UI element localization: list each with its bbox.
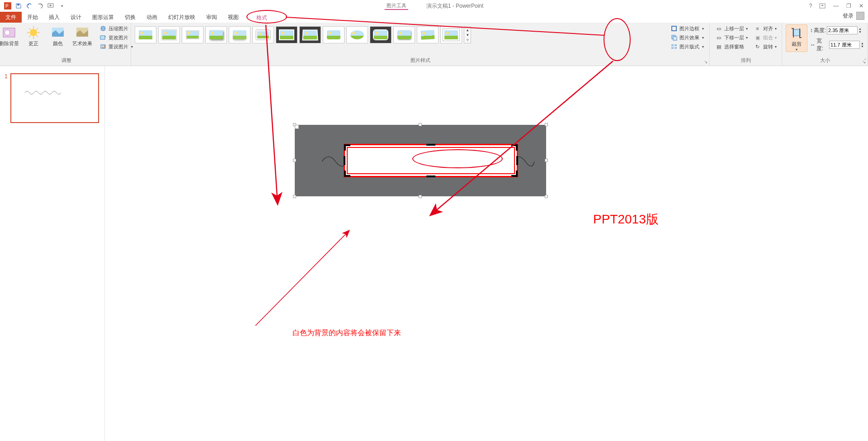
tab-review[interactable]: 审阅 <box>201 12 222 23</box>
height-spin-down[interactable]: ▼ <box>859 30 862 33</box>
style-item[interactable] <box>440 26 462 43</box>
picture-layout-button[interactable]: 图片版式▾ <box>669 43 706 51</box>
width-spin-down[interactable]: ▼ <box>861 45 864 48</box>
gallery-more-button[interactable]: ▴▾▿ <box>464 26 471 43</box>
style-item[interactable] <box>135 26 156 43</box>
collapse-ribbon-icon[interactable]: ˆ <box>864 58 866 65</box>
svg-line-12 <box>29 28 31 30</box>
style-item[interactable] <box>299 26 321 43</box>
group-adjust: 删除背景 更正 颜色 艺术效果 压缩图片 更改图片 重设图片▾ 调整 <box>2 23 131 66</box>
tab-file[interactable]: 文件 <box>0 12 22 23</box>
style-item[interactable] <box>417 26 439 43</box>
annotation-center-ellipse <box>412 149 503 168</box>
svg-point-7 <box>30 29 37 36</box>
selection-pane-button[interactable]: ▤选择窗格 <box>713 43 750 51</box>
workspace: 1 <box>0 66 868 441</box>
style-item[interactable] <box>370 26 392 43</box>
style-item[interactable] <box>346 26 368 43</box>
bring-forward-button[interactable]: ▭上移一层▾ <box>713 24 750 33</box>
width-icon: ↔ <box>810 42 816 48</box>
remove-background-button[interactable]: 删除背景 <box>0 24 20 46</box>
style-item[interactable] <box>252 26 274 43</box>
styles-launcher-icon[interactable]: ↘ <box>703 59 708 65</box>
app-icon[interactable]: P <box>3 1 13 11</box>
annotation-version: PPT2013版 <box>593 211 659 228</box>
tab-animations[interactable]: 动画 <box>141 12 163 23</box>
reset-picture-button[interactable]: 重设图片▾ <box>98 43 135 51</box>
tab-shape-calc[interactable]: 图形运算 <box>87 12 119 23</box>
tab-format[interactable]: 格式 <box>250 12 273 23</box>
document-title: 演示文稿1 - PowerPoint <box>426 2 484 10</box>
group-arrange: ▭上移一层▾ ▭下移一层▾ ▤选择窗格 ≡对齐▾ ▣组合▾ ↻旋转▾ 排列 <box>710 23 782 66</box>
width-input[interactable] <box>829 41 860 49</box>
group-adjust-label: 调整 <box>61 56 71 65</box>
group-picture-styles: ▴▾▿ 图片边框▾ 图片效果▾ 图片版式▾ 图片样式 ↘ <box>131 23 710 66</box>
style-item[interactable] <box>182 26 203 43</box>
tab-home[interactable]: 开始 <box>22 12 43 23</box>
picture-border-button[interactable]: 图片边框▾ <box>669 24 706 33</box>
avatar-icon <box>856 12 864 20</box>
height-label: 高度: <box>814 27 826 34</box>
selected-picture-object[interactable] <box>295 125 546 196</box>
style-item[interactable] <box>323 26 344 43</box>
svg-rect-19 <box>100 36 105 39</box>
compress-pictures-button[interactable]: 压缩图片 <box>98 24 135 33</box>
style-item[interactable] <box>393 26 415 43</box>
thumbnail-wave-icon <box>25 90 61 96</box>
redo-icon[interactable] <box>35 1 45 11</box>
style-item[interactable] <box>158 26 180 43</box>
artistic-effects-button[interactable]: 艺术效果 <box>71 24 93 46</box>
svg-line-14 <box>36 28 38 30</box>
height-input[interactable] <box>827 26 858 34</box>
help-button[interactable]: ? <box>807 3 815 9</box>
style-item[interactable] <box>276 26 297 43</box>
corrections-button[interactable]: 更正 <box>23 24 44 46</box>
slide-canvas[interactable]: 白色为背景的内容将会被保留下来 PPT2013版 <box>105 66 868 441</box>
crop-button[interactable]: 裁剪 ▾ <box>786 24 807 52</box>
svg-rect-23 <box>673 37 677 40</box>
title-bar: P ▾ 图片工具 演示文稿1 - PowerPoint ? — ❐ ✕ <box>0 0 868 12</box>
close-button[interactable]: ✕ <box>857 3 865 9</box>
rotate-button[interactable]: ↻旋转▾ <box>752 43 778 51</box>
minimize-button[interactable]: — <box>832 3 840 9</box>
tab-slideshow[interactable]: 幻灯片放映 <box>163 12 201 23</box>
svg-rect-26 <box>671 47 674 49</box>
sign-in[interactable]: 登录 <box>843 12 864 20</box>
svg-rect-28 <box>793 29 800 36</box>
picture-effects-button[interactable]: 图片效果▾ <box>669 33 706 42</box>
group-size: 裁剪 ▾ ↕ 高度: ▲▼ ↔ 宽度: ▲▼ 大小 ↘ <box>782 23 868 66</box>
ribbon: 删除背景 更正 颜色 艺术效果 压缩图片 更改图片 重设图片▾ 调整 <box>0 23 868 66</box>
style-item[interactable] <box>229 26 250 43</box>
restore-button[interactable]: ❐ <box>844 3 853 9</box>
align-button[interactable]: ≡对齐▾ <box>752 24 778 33</box>
width-spin-up[interactable]: ▲ <box>861 42 864 45</box>
slide-thumbnail-1[interactable] <box>10 73 99 123</box>
style-item[interactable] <box>205 26 227 43</box>
send-backward-button[interactable]: ▭下移一层▾ <box>713 33 750 42</box>
svg-rect-2 <box>17 4 19 5</box>
picture-styles-gallery[interactable]: ▴▾▿ <box>135 24 663 45</box>
color-button[interactable]: 颜色 <box>47 24 69 46</box>
tab-insert[interactable]: 插入 <box>43 12 65 23</box>
quick-access-toolbar: P ▾ <box>3 1 67 11</box>
save-icon[interactable] <box>14 1 24 11</box>
svg-point-6 <box>5 30 10 35</box>
tab-transitions[interactable]: 切换 <box>119 12 141 23</box>
qat-customize-icon[interactable]: ▾ <box>57 1 67 11</box>
slideshow-from-start-icon[interactable] <box>46 1 56 11</box>
svg-rect-18 <box>101 27 105 30</box>
group-objects-button[interactable]: ▣组合▾ <box>752 33 778 42</box>
tab-view[interactable]: 视图 <box>222 12 244 23</box>
group-arrange-label: 排列 <box>741 56 751 65</box>
undo-icon[interactable] <box>24 1 34 11</box>
height-spin-up[interactable]: ▲ <box>859 27 862 30</box>
slide-thumbnails-pane[interactable]: 1 <box>0 66 105 441</box>
change-picture-button[interactable]: 更改图片 <box>98 33 135 42</box>
svg-rect-24 <box>671 44 674 46</box>
svg-line-15 <box>29 35 31 37</box>
ribbon-display-options-button[interactable] <box>819 3 827 9</box>
tab-design[interactable]: 设计 <box>65 12 87 23</box>
svg-line-13 <box>36 35 38 37</box>
width-label: 宽度: <box>816 37 828 52</box>
sign-in-label: 登录 <box>843 12 854 20</box>
